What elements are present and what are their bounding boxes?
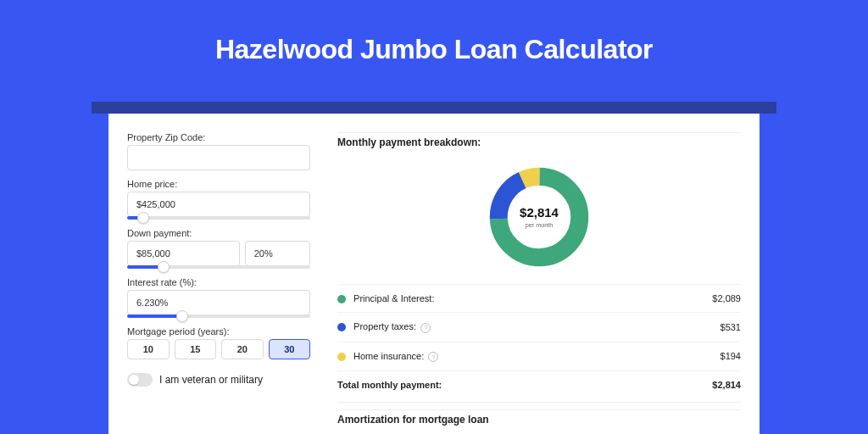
row-property-taxes: Property taxes: ? $531 bbox=[337, 312, 741, 342]
period-20-button[interactable]: 20 bbox=[221, 339, 264, 359]
rate-label: Interest rate (%): bbox=[127, 277, 310, 287]
row-home-insurance: Home insurance: ? $194 bbox=[337, 342, 741, 371]
price-group: Home price: bbox=[127, 179, 310, 220]
value-taxes: $531 bbox=[721, 322, 741, 332]
price-label: Home price: bbox=[127, 179, 310, 189]
breakdown-panel: Monthly payment breakdown: $2,814 per mo… bbox=[329, 114, 760, 434]
price-slider[interactable] bbox=[127, 216, 310, 220]
down-group: Down payment: bbox=[127, 228, 310, 269]
help-icon[interactable]: ? bbox=[428, 352, 438, 362]
rate-slider-fill bbox=[127, 314, 182, 318]
period-label: Mortgage period (years): bbox=[127, 326, 310, 337]
donut-chart: $2,814 per month bbox=[337, 157, 741, 284]
period-15-button[interactable]: 15 bbox=[175, 339, 217, 359]
donut-svg: $2,814 per month bbox=[486, 164, 593, 270]
calculator-card: Property Zip Code: Home price: Down paym… bbox=[108, 114, 760, 434]
period-group: 10 15 20 30 bbox=[127, 339, 310, 359]
value-insurance: $194 bbox=[721, 351, 741, 361]
swatch-principal bbox=[337, 295, 346, 303]
donut-center-value: $2,814 bbox=[520, 205, 559, 220]
help-icon[interactable]: ? bbox=[420, 323, 431, 333]
rate-slider-knob[interactable] bbox=[176, 310, 188, 322]
price-slider-knob[interactable] bbox=[137, 212, 149, 224]
label-insurance: Home insurance: bbox=[353, 351, 424, 361]
donut-center-sub: per month bbox=[526, 221, 553, 229]
page-title: Hazelwood Jumbo Loan Calculator bbox=[0, 0, 868, 86]
rate-slider[interactable] bbox=[127, 314, 310, 318]
period-group-wrap: Mortgage period (years): 10 15 20 30 bbox=[127, 326, 310, 359]
down-pct-input[interactable] bbox=[245, 241, 310, 266]
down-label: Down payment: bbox=[127, 228, 310, 238]
row-principal-interest: Principal & Interest: $2,089 bbox=[337, 284, 741, 312]
breakdown-section: Monthly payment breakdown: $2,814 per mo… bbox=[337, 132, 741, 403]
zip-input[interactable] bbox=[127, 145, 310, 170]
zip-group: Property Zip Code: bbox=[127, 132, 310, 170]
label-total: Total monthly payment: bbox=[337, 380, 442, 390]
zip-label: Property Zip Code: bbox=[127, 132, 310, 142]
swatch-taxes bbox=[337, 323, 346, 331]
period-30-button[interactable]: 30 bbox=[269, 339, 311, 359]
amortization-title: Amortization for mortgage loan bbox=[337, 414, 741, 426]
label-principal: Principal & Interest: bbox=[353, 293, 434, 303]
amortization-section: Amortization for mortgage loan Amortizat… bbox=[337, 409, 741, 434]
rate-input[interactable] bbox=[127, 290, 310, 315]
down-slider-knob[interactable] bbox=[158, 261, 170, 273]
veteran-toggle[interactable] bbox=[127, 373, 153, 387]
veteran-label: I am veteran or military bbox=[159, 374, 263, 386]
price-input[interactable] bbox=[127, 192, 310, 217]
row-total: Total monthly payment: $2,814 bbox=[337, 370, 741, 398]
card-top-border bbox=[92, 102, 776, 114]
value-total: $2,814 bbox=[712, 380, 741, 390]
breakdown-title: Monthly payment breakdown: bbox=[337, 136, 741, 148]
down-slider[interactable] bbox=[127, 265, 310, 269]
rate-group: Interest rate (%): bbox=[127, 277, 310, 318]
veteran-row: I am veteran or military bbox=[127, 373, 310, 387]
swatch-insurance bbox=[337, 353, 346, 361]
down-amount-input[interactable] bbox=[127, 241, 240, 266]
label-taxes: Property taxes: bbox=[353, 321, 416, 331]
value-principal: $2,089 bbox=[712, 293, 741, 303]
form-panel: Property Zip Code: Home price: Down paym… bbox=[108, 114, 329, 434]
period-10-button[interactable]: 10 bbox=[127, 339, 170, 359]
